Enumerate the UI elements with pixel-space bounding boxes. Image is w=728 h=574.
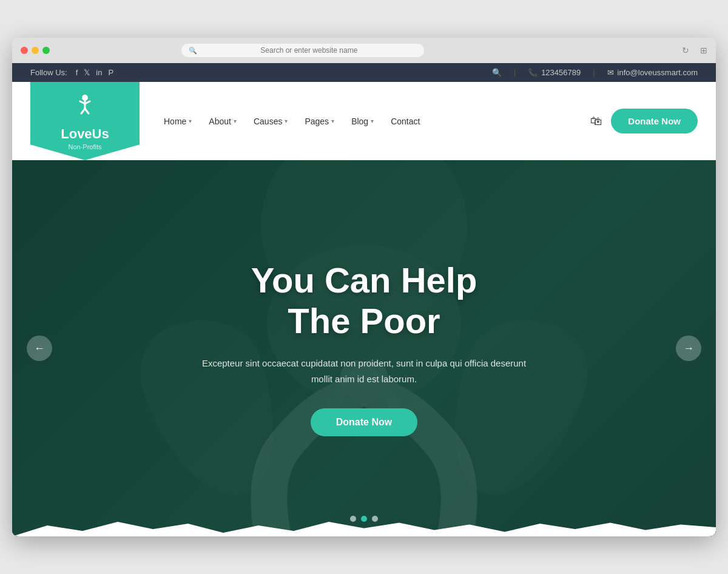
close-dot[interactable] [21,47,28,54]
top-bar-left: Follow Us: f 𝕏 in P [30,68,113,77]
browser-chrome: 🔍 ↻ ⊞ [12,38,716,63]
social-links: f 𝕏 in P [76,68,113,77]
linkedin-link[interactable]: in [96,68,102,77]
email-address: info@loveussmart.com [618,68,698,77]
hero-title: You Can Help The Poor [251,260,477,341]
slider-next-button[interactable]: → [676,336,701,361]
nav-blog-arrow: ▾ [371,118,374,124]
search-icon: 🔍 [189,47,197,55]
phone-contact: 📞 123456789 [528,68,581,77]
divider-1: | [514,68,516,77]
phone-icon: 📞 [528,68,538,77]
slider-dot-3[interactable] [372,516,378,522]
logo-tagline: Non-Profits [68,143,101,150]
top-bar-right: 🔍 | 📞 123456789 | ✉ info@loveussmart.com [492,68,698,77]
nav-causes-arrow: ▾ [285,118,288,124]
email-icon: ✉ [607,68,614,77]
follow-label: Follow Us: [30,68,67,77]
expand-icon[interactable]: ⊞ [700,46,707,55]
hero-content: You Can Help The Poor Excepteur sint occ… [12,160,716,536]
url-input[interactable] [201,46,417,55]
nav-home[interactable]: Home ▾ [158,112,198,131]
browser-window: 🔍 ↻ ⊞ Follow Us: f 𝕏 in P 🔍 | 📞 [12,38,716,536]
nav-causes[interactable]: Causes ▾ [248,112,294,131]
slider-prev-button[interactable]: ← [27,336,52,361]
minimize-dot[interactable] [32,47,39,54]
slider-dots [350,516,378,522]
nav-blog[interactable]: Blog ▾ [345,112,380,131]
header-right: 🛍 Donate Now [590,109,698,133]
twitter-link[interactable]: 𝕏 [84,68,90,77]
maximize-dot[interactable] [42,47,50,54]
logo-box[interactable]: LoveUs Non-Profits [30,82,140,160]
main-nav: Home ▾ About ▾ Causes ▾ Pages ▾ Blog ▾ [158,112,590,131]
nav-about-arrow: ▾ [234,118,237,124]
nav-pages[interactable]: Pages ▾ [298,112,340,131]
refresh-icon[interactable]: ↻ [682,46,689,55]
nav-about[interactable]: About ▾ [203,112,243,131]
slider-dot-2[interactable] [361,516,367,522]
top-bar: Follow Us: f 𝕏 in P 🔍 | 📞 123456789 | ✉ [12,63,716,82]
nav-home-arrow: ▾ [189,118,192,124]
header: LoveUs Non-Profits Home ▾ About ▾ Causes… [12,82,716,160]
donate-button-header[interactable]: Donate Now [611,109,698,133]
divider-2: | [593,68,595,77]
browser-dots [21,47,50,54]
facebook-link[interactable]: f [76,68,78,77]
nav-contact[interactable]: Contact [385,112,426,131]
hero-section: You Can Help The Poor Excepteur sint occ… [12,160,716,536]
logo-icon [72,92,98,124]
cart-icon[interactable]: 🛍 [590,114,602,128]
website-content: Follow Us: f 𝕏 in P 🔍 | 📞 123456789 | ✉ [12,63,716,536]
address-bar[interactable]: 🔍 [181,44,424,57]
pinterest-link[interactable]: P [108,68,113,77]
nav-pages-arrow: ▾ [331,118,334,124]
donate-button-hero[interactable]: Donate Now [311,408,417,436]
phone-number: 123456789 [541,68,581,77]
email-contact: ✉ info@loveussmart.com [607,68,698,77]
hero-subtitle: Excepteur sint occaecat cupidatat non pr… [200,356,528,387]
logo-name: LoveUs [61,126,109,142]
slider-dot-1[interactable] [350,516,356,522]
search-icon-topbar[interactable]: 🔍 [492,68,502,77]
